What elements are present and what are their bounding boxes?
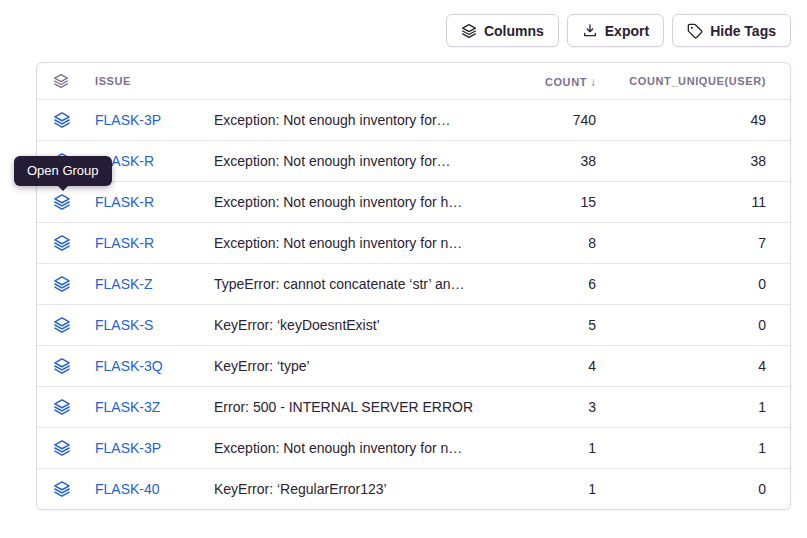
issue-link[interactable]: FLASK-3P	[95, 440, 214, 456]
issue-count: 4	[506, 358, 596, 374]
issue-layers-icon[interactable]	[53, 357, 95, 375]
issue-title: Exception: Not enough inventory for n…	[214, 235, 506, 251]
issue-count-unique: 0	[596, 317, 766, 333]
issue-link[interactable]: FLASK-40	[95, 481, 214, 497]
issue-layers-icon[interactable]	[53, 398, 95, 416]
header-count[interactable]: COUNT↓	[506, 73, 596, 89]
table-header-row: ISSUE COUNT↓ COUNT_UNIQUE(USER)	[37, 63, 790, 99]
toolbar: Columns Export Hide Tags	[446, 14, 791, 47]
columns-button[interactable]: Columns	[446, 14, 559, 47]
issue-count: 3	[506, 399, 596, 415]
layers-header-icon	[53, 73, 95, 89]
hide-tags-button-label: Hide Tags	[710, 23, 776, 39]
export-button[interactable]: Export	[567, 14, 664, 47]
issue-count-unique: 49	[596, 112, 766, 128]
table-row: FLASK-RException: Not enough inventory f…	[37, 140, 790, 181]
table-row: FLASK-3ZError: 500 - INTERNAL SERVER ERR…	[37, 386, 790, 427]
issue-layers-icon[interactable]	[53, 111, 95, 129]
header-count-label: COUNT	[545, 76, 587, 88]
columns-button-label: Columns	[484, 23, 544, 39]
issue-title: Exception: Not enough inventory for h…	[214, 194, 506, 210]
issue-link[interactable]: FLASK-S	[95, 317, 214, 333]
issue-count: 1	[506, 440, 596, 456]
issue-count: 8	[506, 235, 596, 251]
issue-count: 740	[506, 112, 596, 128]
issue-title: KeyError: ‘type’	[214, 358, 506, 374]
open-group-tooltip-label: Open Group	[27, 163, 99, 178]
issue-title: KeyError: ‘keyDoesntExist’	[214, 317, 506, 333]
issues-table-body: FLASK-3PException: Not enough inventory …	[37, 99, 790, 509]
table-row: FLASK-RException: Not enough inventory f…	[37, 222, 790, 263]
issue-layers-icon[interactable]	[53, 193, 95, 211]
table-row: FLASK-RException: Not enough inventory f…	[37, 181, 790, 222]
issue-title: KeyError: ‘RegularError123’	[214, 481, 506, 497]
issue-count-unique: 0	[596, 481, 766, 497]
open-group-tooltip: Open Group	[14, 156, 112, 186]
export-button-label: Export	[605, 23, 649, 39]
table-row: FLASK-3QKeyError: ‘type’44	[37, 345, 790, 386]
table-row: FLASK-ZTypeError: cannot concatenate ‘st…	[37, 263, 790, 304]
table-row: FLASK-SKeyError: ‘keyDoesntExist’50	[37, 304, 790, 345]
issue-link[interactable]: FLASK-Z	[95, 276, 214, 292]
issues-table: ISSUE COUNT↓ COUNT_UNIQUE(USER) FLASK-3P…	[36, 62, 791, 510]
issue-link[interactable]: FLASK-R	[95, 153, 214, 169]
issue-count: 5	[506, 317, 596, 333]
issue-link[interactable]: FLASK-R	[95, 235, 214, 251]
issue-count-unique: 0	[596, 276, 766, 292]
table-row: FLASK-3PException: Not enough inventory …	[37, 427, 790, 468]
issue-title: Exception: Not enough inventory for…	[214, 153, 506, 169]
issue-layers-icon[interactable]	[53, 275, 95, 293]
header-issue: ISSUE	[95, 75, 214, 87]
issue-count-unique: 1	[596, 440, 766, 456]
issue-link[interactable]: FLASK-R	[95, 194, 214, 210]
header-count-unique[interactable]: COUNT_UNIQUE(USER)	[596, 75, 766, 87]
issue-layers-icon[interactable]	[53, 480, 95, 498]
issue-title: TypeError: cannot concatenate ‘str’ an…	[214, 276, 506, 292]
tooltip-arrow	[57, 185, 69, 191]
tag-icon	[687, 23, 703, 39]
issue-count-unique: 7	[596, 235, 766, 251]
issue-count-unique: 4	[596, 358, 766, 374]
issue-count: 15	[506, 194, 596, 210]
issue-link[interactable]: FLASK-3Z	[95, 399, 214, 415]
table-row: FLASK-3PException: Not enough inventory …	[37, 99, 790, 140]
hide-tags-button[interactable]: Hide Tags	[672, 14, 791, 47]
download-icon	[582, 23, 598, 39]
issue-count: 1	[506, 481, 596, 497]
issue-count: 38	[506, 153, 596, 169]
issue-title: Exception: Not enough inventory for…	[214, 112, 506, 128]
issue-link[interactable]: FLASK-3P	[95, 112, 214, 128]
issue-count-unique: 11	[596, 194, 766, 210]
issue-count: 6	[506, 276, 596, 292]
issue-layers-icon[interactable]	[53, 439, 95, 457]
issue-count-unique: 1	[596, 399, 766, 415]
table-row: FLASK-40KeyError: ‘RegularError123’10	[37, 468, 790, 509]
issue-count-unique: 38	[596, 153, 766, 169]
issue-link[interactable]: FLASK-3Q	[95, 358, 214, 374]
issue-title: Exception: Not enough inventory for n…	[214, 440, 506, 456]
layers-icon	[461, 23, 477, 39]
issue-layers-icon[interactable]	[53, 316, 95, 334]
issue-layers-icon[interactable]	[53, 234, 95, 252]
issue-title: Error: 500 - INTERNAL SERVER ERROR	[214, 399, 506, 415]
